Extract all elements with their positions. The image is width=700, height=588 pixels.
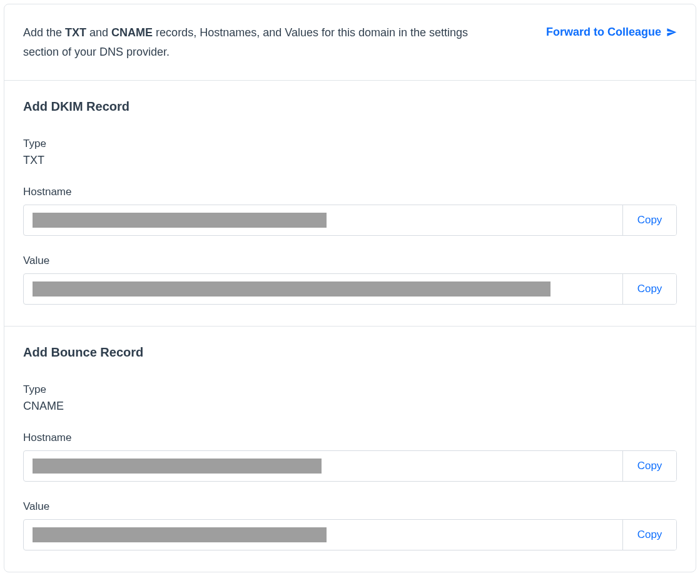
redacted-placeholder [33, 459, 322, 474]
bounce-title: Add Bounce Record [23, 345, 677, 360]
dkim-value-row: Copy [23, 273, 677, 305]
dkim-hostname-row: Copy [23, 205, 677, 236]
bounce-type-value: CNAME [23, 400, 677, 413]
dkim-value-block: Value Copy [23, 255, 677, 305]
txt-strong: TXT [65, 26, 86, 39]
dkim-section: Add DKIM Record Type TXT Hostname Copy V… [4, 81, 696, 326]
send-icon [666, 27, 677, 38]
instruction-prefix: Add the [23, 26, 65, 39]
dkim-value-copy-button[interactable]: Copy [622, 274, 676, 304]
dkim-type-block: Type TXT [23, 138, 677, 167]
bounce-section: Add Bounce Record Type CNAME Hostname Co… [4, 326, 696, 572]
forward-to-colleague-link[interactable]: Forward to Colleague [546, 26, 677, 39]
dkim-hostname-input[interactable] [24, 205, 622, 235]
dkim-hostname-block: Hostname Copy [23, 186, 677, 236]
bounce-hostname-row: Copy [23, 450, 677, 482]
redacted-placeholder [33, 213, 327, 228]
bounce-hostname-input[interactable] [24, 451, 622, 481]
dkim-title: Add DKIM Record [23, 99, 677, 114]
dkim-type-value: TXT [23, 154, 677, 167]
forward-label: Forward to Colleague [546, 26, 661, 39]
instruction-text: Add the TXT and CNAME records, Hostnames… [23, 23, 486, 61]
bounce-value-row: Copy [23, 519, 677, 550]
hostname-label: Hostname [23, 186, 677, 198]
hostname-label: Hostname [23, 432, 677, 444]
dns-records-card: Add the TXT and CNAME records, Hostnames… [4, 4, 696, 572]
dkim-value-input[interactable] [24, 274, 622, 304]
instruction-and: and [86, 26, 111, 39]
bounce-hostname-block: Hostname Copy [23, 432, 677, 482]
bounce-value-input[interactable] [24, 520, 622, 550]
cname-strong: CNAME [111, 26, 153, 39]
bounce-value-copy-button[interactable]: Copy [622, 520, 676, 550]
bounce-value-block: Value Copy [23, 500, 677, 550]
bounce-type-block: Type CNAME [23, 383, 677, 413]
value-label: Value [23, 500, 677, 513]
dkim-hostname-copy-button[interactable]: Copy [622, 205, 676, 235]
redacted-placeholder [33, 527, 327, 542]
bounce-hostname-copy-button[interactable]: Copy [622, 451, 676, 481]
type-label: Type [23, 383, 677, 396]
value-label: Value [23, 255, 677, 267]
header-row: Add the TXT and CNAME records, Hostnames… [4, 4, 696, 81]
type-label: Type [23, 138, 677, 150]
redacted-placeholder [33, 281, 550, 297]
